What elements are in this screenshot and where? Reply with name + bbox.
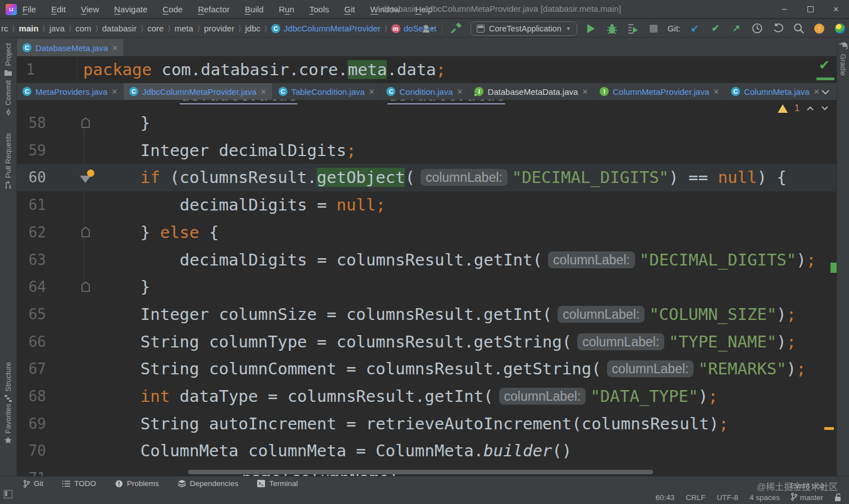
tool-window-button-git[interactable]: Git bbox=[24, 479, 43, 488]
tab-columnmeta-java[interactable]: CColumnMeta.java✕ bbox=[725, 83, 826, 100]
menu-item-edit[interactable]: Edit bbox=[51, 4, 66, 14]
gutter-arrow-icon[interactable] bbox=[80, 176, 91, 183]
history-clock-icon[interactable] bbox=[750, 22, 764, 35]
close-icon[interactable]: ✕ bbox=[582, 88, 588, 96]
fold-marker[interactable] bbox=[81, 227, 90, 237]
breadcrumb-item-main[interactable]: main bbox=[19, 24, 39, 33]
git-update-icon[interactable]: ↙ bbox=[688, 22, 701, 35]
close-icon[interactable]: ✕ bbox=[814, 88, 820, 96]
tab-condition-java[interactable]: CCondition.java✕ bbox=[381, 83, 469, 100]
run-configuration-select[interactable]: CoreTestApplication ▼ bbox=[471, 21, 577, 36]
code-line-64[interactable]: } bbox=[140, 273, 150, 301]
code-editor[interactable]: defaultValuedefaultValue 1 58}59Integer … bbox=[17, 100, 837, 476]
update-available-icon[interactable]: ↑ bbox=[813, 22, 826, 35]
maximize-button[interactable] bbox=[797, 0, 823, 19]
tool-window-button-problems[interactable]: Problems bbox=[115, 479, 159, 488]
breadcrumb-item-core[interactable]: core bbox=[148, 24, 164, 33]
code-line-69[interactable]: String autoIncrement = retrieveAutoIncre… bbox=[140, 410, 729, 438]
code-line-62[interactable]: } else { bbox=[140, 219, 219, 246]
code-line-61[interactable]: decimalDigits = null; bbox=[180, 191, 386, 219]
breadcrumb-item-jdbc[interactable]: jdbc bbox=[245, 24, 261, 33]
tab-columnmetaprovider-java[interactable]: IColumnMetaProvider.java✕ bbox=[594, 83, 725, 100]
code-line-67[interactable]: String columnComment = columnsResult.get… bbox=[140, 355, 806, 383]
close-icon[interactable]: ✕ bbox=[713, 88, 719, 96]
breadcrumb-item-java[interactable]: java bbox=[49, 24, 65, 33]
code-line-68[interactable]: int dataType = columnsResult.getInt(colu… bbox=[140, 383, 718, 410]
stripe-button-commit[interactable]: Commit bbox=[0, 80, 16, 117]
close-icon[interactable]: ✕ bbox=[369, 88, 375, 96]
stripe-button-structure[interactable]: Structure bbox=[0, 362, 16, 403]
hidden-tabs-chevron-icon[interactable] bbox=[821, 88, 830, 98]
navigation-toolbar: rc⟩main⟩java⟩com⟩databasir⟩core⟩meta⟩pro… bbox=[0, 19, 849, 38]
menu-item-file[interactable]: File bbox=[22, 4, 36, 14]
close-icon[interactable]: ✕ bbox=[112, 44, 118, 52]
inspections-ok-icon[interactable]: ✔ bbox=[819, 57, 830, 73]
menu-item-run[interactable]: Run bbox=[279, 4, 294, 14]
git-branch-widget[interactable]: master bbox=[791, 493, 823, 502]
menu-item-build[interactable]: Build bbox=[245, 4, 263, 14]
tool-window-button-todo[interactable]: TODO bbox=[62, 479, 96, 488]
stripe-button-favorites[interactable]: Favorites bbox=[0, 404, 16, 445]
breadcrumb-item-databasir[interactable]: databasir bbox=[102, 24, 137, 33]
build-hammer-icon[interactable] bbox=[450, 22, 463, 35]
code-line-66[interactable]: String columnType = columnsResult.getStr… bbox=[140, 328, 796, 356]
stripe-button-gradle[interactable]: Gradle bbox=[837, 42, 849, 76]
status-item-utf-8[interactable]: UTF-8 bbox=[716, 493, 738, 502]
menu-item-git[interactable]: Git bbox=[344, 4, 355, 14]
code-line-63[interactable]: decimalDigits = columnsResult.getInt(col… bbox=[180, 246, 816, 274]
stripe-button-project[interactable]: Project bbox=[0, 43, 16, 77]
status-item-crlf[interactable]: CRLF bbox=[686, 493, 705, 502]
top-editor[interactable]: 1 package com.databasir.core.meta.data; … bbox=[17, 56, 837, 83]
tab-metaproviders-java[interactable]: CMetaProviders.java✕ bbox=[17, 83, 124, 100]
tab-tablecondition-java[interactable]: CTableCondition.java✕ bbox=[273, 83, 381, 100]
tab-databasemeta-java[interactable]: C DatabaseMeta.java ✕ bbox=[17, 39, 124, 56]
run-button[interactable] bbox=[585, 22, 598, 35]
close-icon[interactable]: ✕ bbox=[111, 88, 117, 96]
tool-window-switcher-icon[interactable] bbox=[4, 490, 12, 498]
close-button[interactable]: × bbox=[823, 0, 849, 19]
breadcrumb-item-com[interactable]: com bbox=[75, 24, 91, 33]
horizontal-scrollbar[interactable] bbox=[188, 470, 653, 474]
code-line-70[interactable]: ColumnMeta columnMeta = ColumnMeta.build… bbox=[140, 437, 572, 465]
menu-item-view[interactable]: View bbox=[81, 4, 99, 14]
fold-marker[interactable] bbox=[81, 281, 90, 292]
status-item-4-spaces[interactable]: 4 spaces bbox=[750, 493, 780, 502]
tab-databasemetadata-java[interactable]: IDatabaseMetaData.java✕ bbox=[469, 83, 594, 100]
close-icon[interactable]: ✕ bbox=[457, 88, 463, 96]
stop-button[interactable] bbox=[647, 22, 660, 35]
code-line-60[interactable]: if (columnsResult.getObject(columnLabel:… bbox=[140, 164, 787, 191]
menu-item-refactor[interactable]: Refactor bbox=[198, 4, 230, 14]
lock-open-icon[interactable] bbox=[834, 493, 841, 502]
stripe-button-pull-requests[interactable]: Pull Requests bbox=[0, 133, 16, 190]
breadcrumb-item-rc[interactable]: rc bbox=[1, 24, 8, 33]
status-item-60-43[interactable]: 60:43 bbox=[655, 493, 674, 502]
next-warning-icon[interactable] bbox=[821, 106, 829, 111]
tab-jdbccolumnmetaprovider-java[interactable]: CJdbcColumnMetaProvider.java✕ bbox=[124, 83, 272, 100]
breadcrumb-item-meta[interactable]: meta bbox=[175, 24, 193, 33]
colorful-sphere-icon[interactable] bbox=[833, 22, 847, 35]
tab-label: DatabaseMeta.java bbox=[35, 43, 108, 53]
run-with-coverage-button[interactable] bbox=[626, 22, 640, 35]
close-icon[interactable]: ✕ bbox=[261, 88, 267, 96]
git-commit-check-icon[interactable]: ✔ bbox=[709, 22, 722, 35]
breadcrumb-item-jdbccolumnmetaprovider[interactable]: CJdbcColumnMetaProvider bbox=[271, 24, 381, 33]
inspection-warning-widget[interactable]: 1 bbox=[778, 103, 829, 113]
menu-item-code[interactable]: Code bbox=[163, 4, 183, 14]
rollback-icon[interactable] bbox=[771, 22, 784, 35]
code-line-58[interactable]: } bbox=[140, 109, 150, 137]
code-line-1[interactable]: package com.databasir.core.meta.data; bbox=[83, 56, 446, 83]
fold-marker[interactable] bbox=[81, 117, 90, 128]
search-icon[interactable] bbox=[792, 22, 805, 35]
user-avatar-icon[interactable] bbox=[421, 22, 435, 35]
menu-item-tools[interactable]: Tools bbox=[309, 4, 329, 14]
debug-button[interactable] bbox=[605, 22, 619, 35]
prev-warning-icon[interactable] bbox=[806, 106, 814, 111]
minimize-button[interactable]: − bbox=[772, 0, 797, 19]
menu-item-navigate[interactable]: Navigate bbox=[114, 4, 147, 14]
code-line-59[interactable]: Integer decimalDigits; bbox=[140, 137, 356, 164]
breadcrumb-item-provider[interactable]: provider bbox=[204, 24, 234, 33]
git-push-icon[interactable]: ↗ bbox=[729, 22, 743, 35]
tool-window-button-dependencies[interactable]: Dependencies bbox=[178, 479, 238, 488]
code-line-65[interactable]: Integer columnSize = columnsResult.getIn… bbox=[140, 301, 796, 328]
tool-window-button-terminal[interactable]: Terminal bbox=[257, 479, 298, 488]
